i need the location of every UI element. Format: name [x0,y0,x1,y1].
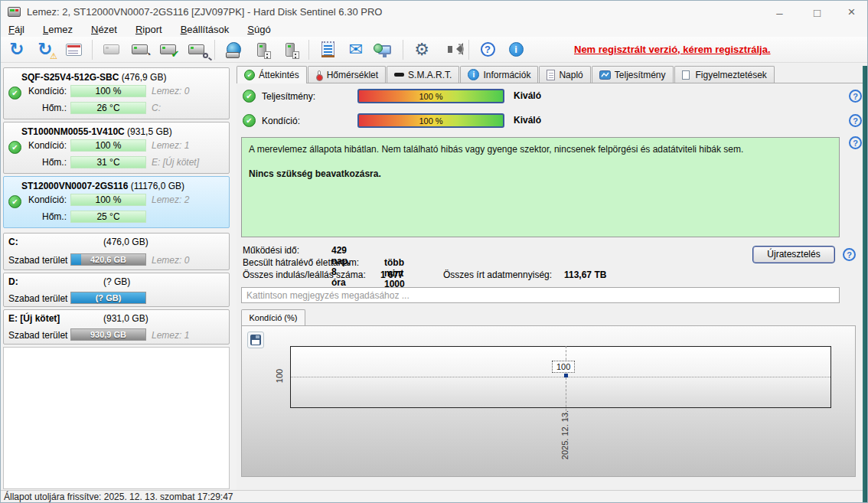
refresh-icon[interactable]: ↻ [7,40,27,60]
check-badge-icon: ✔ [171,49,180,59]
plug-glyph [292,51,299,59]
disk-number-label: Lemez: 1 [152,140,189,151]
minimize-button[interactable]: – [762,1,797,24]
tab-homerseklet[interactable]: Hőmérséklet [308,66,386,83]
disk-accept-icon[interactable]: ✔ [158,40,178,60]
thermometer-icon [318,70,321,79]
menu-item-fajl[interactable]: Fájl [8,24,24,37]
menu-item-lemez[interactable]: Lemez [43,24,73,37]
menu-item-nezet[interactable]: Nézet [91,24,117,37]
performance-rating: Kiváló [514,90,541,101]
disk-glyph [226,52,240,58]
tab-smart[interactable]: S.M.A.R.T. [387,66,459,83]
save-icon [250,335,261,345]
disk-search-icon[interactable] [186,40,206,60]
report-window-icon[interactable] [64,40,83,60]
tab-attekintes[interactable]: ✔Áttekintés [237,66,307,83]
drive-letter-label: C: [152,103,161,113]
app-window: Lemez: 2, ST12000VN0007-2GS116 [ZJV097PK… [0,0,868,503]
window-title: Lemez: 2, ST12000VN0007-2GS116 [ZJV097PK… [27,6,382,18]
menu-item-sugo[interactable]: Súgó [247,24,270,37]
temperature-label: Hőm.: [4,211,67,222]
free-space-label: Szabad terület [8,255,67,266]
partition-card-d[interactable]: D: (? GB) Szabad terület (? GB) [3,273,230,307]
disk-card-2-selected[interactable]: ST12000VN0007-2GS116 (11176,0 GB) ✔ Kond… [3,176,230,228]
condition-chart-tab[interactable]: Kondíció (%) [241,309,305,325]
disk-schedule-icon[interactable]: ◔ [129,40,149,60]
help-icon[interactable]: ? [843,248,856,261]
retest-button[interactable]: Újratesztelés [752,246,835,263]
disk-name: ST12000VN0007-2GS116 [21,181,128,191]
tab-bar: ✔Áttekintés Hőmérséklet S.M.A.R.T. iInfo… [237,66,775,83]
disk-size: (476,9 GB) [122,72,167,83]
report-notes-icon[interactable] [318,40,338,60]
refresh-warning-icon[interactable]: ↻⚠ [35,40,55,60]
mail-icon[interactable]: ✉ [346,40,366,60]
tower-glyph [257,43,266,57]
partition-size: (931,0 GB) [103,313,148,324]
status-bar: Állapot utoljára frissítve: 2025. 12. 13… [1,490,868,502]
help-icon[interactable]: ? [849,90,862,103]
x-tick-label: 2025. 12. 13. [560,400,571,469]
menu-item-riport[interactable]: Riport [135,24,162,37]
partition-name: C: [8,237,18,247]
tab-figyelmeztetesek[interactable]: Figyelmeztetések [674,66,775,83]
network-monitor-icon[interactable] [374,40,394,60]
data-point-label: 100 [552,361,575,373]
save-chart-button[interactable] [247,332,264,348]
disk-number-label: Lemez: 0 [152,255,189,266]
tab-teljesitmeny[interactable]: Teljesítmény [592,66,674,83]
tab-divider [237,83,863,83]
info-icon[interactable]: i [506,40,526,60]
temperature-bar: 25 °C [70,211,146,223]
disk-title: ST12000VN0007-2GS116 (11176,0 GB) [21,181,184,191]
disk-title: ST1000NM0055-1V410C (931,5 GB) [21,126,172,137]
disk-glyph: ◔ [132,44,148,54]
free-space-bar: (? GB) [70,292,146,304]
start-stop-value: 1 677 [380,269,403,280]
drive-letter-label: E: [Új kötet] [152,157,199,168]
settings-gear-icon[interactable]: ⚙ [412,40,432,60]
comment-input[interactable] [241,287,840,303]
app-icon [8,7,21,17]
monitor-glyph [378,45,391,54]
help-glyph: ? [481,42,495,57]
partition-size: (476,0 GB) [103,237,148,247]
network-disk-icon[interactable] [224,40,243,60]
disk-glyph [188,44,204,54]
disk-name: ST1000NM0055-1V410C [21,126,125,137]
smart-icon [394,73,404,77]
partition-card-c[interactable]: C: (476,0 GB) Szabad terület 420,6 GB Le… [3,233,230,270]
disk-offline-icon[interactable] [101,40,121,60]
condition-bar: 100 % [70,139,146,152]
tower-glyph [286,43,295,57]
main-panel: ✔Áttekintés Hőmérséklet S.M.A.R.T. iInfo… [237,63,863,491]
disk-card-0[interactable]: SQF-S25V4-512G-SBC (476,9 GB) ✔ Kondíció… [3,67,230,119]
menu-item-beallitasok[interactable]: Beállítások [181,24,230,37]
check-icon: ✔ [244,70,255,80]
disk-disconnect-icon[interactable] [280,40,300,60]
report-glyph [66,44,82,56]
health-status-box: A merevlemez állapota hibátlan. Nem talá… [241,137,840,237]
tab-label: S.M.A.R.T. [408,70,452,80]
disk-connect-icon[interactable] [252,40,272,60]
partition-card-e[interactable]: E: [Új kötet] (931,0 GB) Szabad terület … [3,309,230,345]
maximize-button[interactable]: □ [800,1,834,24]
close-button[interactable]: × [834,1,868,24]
start-stop-row: Összes indulás/leállás száma: 1 677 Össz… [243,269,702,283]
help-icon[interactable]: ? [849,114,862,127]
help-icon[interactable]: ? [849,136,862,149]
tab-naplo[interactable]: Napló [539,66,590,83]
ok-icon: ✔ [243,114,256,127]
tab-informaciok[interactable]: iInformációk [460,66,538,83]
registration-link[interactable]: Nem regisztrált verzió, kérem regisztrál… [574,44,771,55]
help-icon[interactable]: ? [478,40,498,60]
sound-icon[interactable] [440,40,460,60]
menu-bar: Fájl Lemez Nézet Riport Beállítások Súgó [1,24,868,37]
disk-card-1[interactable]: ST1000NM0055-1V410C (931,5 GB) ✔ Kondíci… [3,122,230,174]
start-stop-label: Összes indulás/leállás száma: [243,269,366,280]
disk-size: (931,5 GB) [127,126,172,137]
condition-label: Kondíció: [4,86,67,96]
title-bar: Lemez: 2, ST12000VN0007-2GS116 [ZJV097PK… [1,1,868,24]
tab-label: Áttekintés [259,70,299,80]
